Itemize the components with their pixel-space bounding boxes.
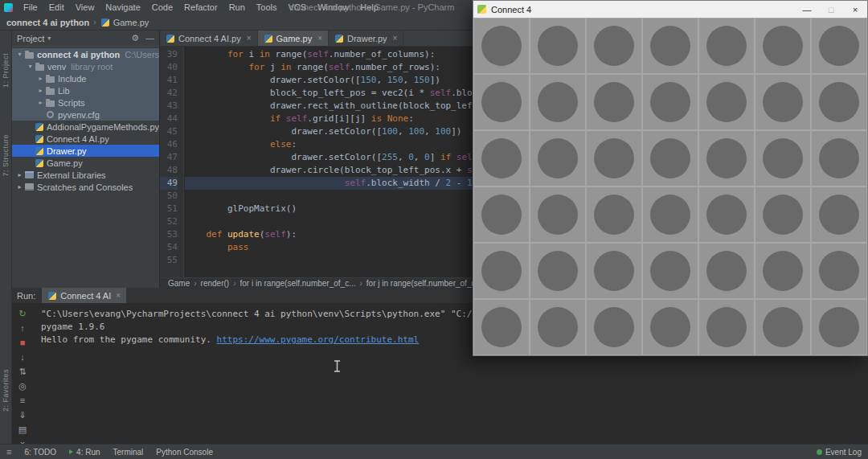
- breadcrumb-1[interactable]: render(): [201, 279, 230, 288]
- menu-tools[interactable]: Tools: [251, 2, 283, 12]
- tree-item-venv[interactable]: ▾venvlibrary root: [12, 60, 159, 72]
- board-cell[interactable]: [530, 74, 586, 130]
- close-button[interactable]: ×: [843, 1, 867, 18]
- breadcrumb-0[interactable]: Game: [168, 279, 190, 288]
- rerun-icon[interactable]: ↻: [16, 308, 29, 320]
- tree-item-scripts[interactable]: ▸Scripts: [12, 96, 159, 109]
- board-cell[interactable]: [473, 186, 530, 243]
- board-cell[interactable]: [530, 186, 586, 243]
- close-tab-icon[interactable]: ×: [317, 34, 322, 43]
- board-cell[interactable]: [642, 299, 698, 355]
- menu-edit[interactable]: Edit: [43, 2, 70, 12]
- board-cell[interactable]: [473, 74, 530, 130]
- board-cell[interactable]: [698, 18, 755, 74]
- board-cell[interactable]: [811, 243, 867, 299]
- statusbar-terminal[interactable]: Terminal: [113, 448, 144, 457]
- stripe-structure-button[interactable]: 7: Structure: [2, 134, 10, 177]
- board-cell[interactable]: [642, 186, 698, 243]
- menu-file[interactable]: File: [18, 2, 43, 12]
- breadcrumb-3[interactable]: for j in range(self.number_of_r...: [366, 279, 481, 288]
- nav-file-crumb[interactable]: Game.py: [113, 18, 149, 27]
- board-cell[interactable]: [586, 299, 642, 355]
- hide-panel-icon[interactable]: —: [145, 33, 154, 43]
- stop-icon[interactable]: ■: [16, 337, 29, 349]
- console-link[interactable]: https://www.pygame.org/contribute.html: [217, 334, 420, 345]
- board-cell[interactable]: [642, 243, 698, 299]
- board-cell[interactable]: [698, 130, 755, 186]
- board-cell[interactable]: [530, 18, 586, 74]
- menu-navigate[interactable]: Navigate: [100, 2, 145, 12]
- down-icon[interactable]: ↓: [16, 351, 29, 363]
- statusbar-python-console[interactable]: Python Console: [156, 448, 213, 457]
- tab-game-py[interactable]: Game.py×: [258, 31, 329, 46]
- stripe-project-button[interactable]: 1: Project: [2, 53, 10, 88]
- board-cell[interactable]: [473, 243, 530, 299]
- tree-item-lib[interactable]: ▸Lib: [12, 84, 159, 96]
- stripe-favorites-button[interactable]: 2: Favorites: [2, 369, 10, 412]
- tree-item-connect-4-ai-python[interactable]: ▾connect 4 ai pythonC:\Users\evang\P: [12, 48, 159, 60]
- tree-item-connect-4-ai-py[interactable]: Connect 4 AI.py: [12, 133, 159, 145]
- board-cell[interactable]: [586, 243, 642, 299]
- tree-item-game-py[interactable]: Game.py: [12, 157, 159, 169]
- menu-run[interactable]: Run: [223, 2, 251, 12]
- board-cell[interactable]: [642, 74, 698, 130]
- menu-refactor[interactable]: Refactor: [178, 2, 223, 12]
- tree-item-scratches-and-consoles[interactable]: ▸Scratches and Consoles: [12, 181, 159, 193]
- tree-item-include[interactable]: ▸Include: [12, 72, 159, 84]
- board-cell[interactable]: [755, 243, 811, 299]
- breadcrumb-2[interactable]: for i in range(self.number_of_c...: [240, 279, 356, 288]
- toolwindow-switcher-icon[interactable]: ≡: [6, 447, 11, 457]
- statusbar-4-run[interactable]: 4: Run: [69, 448, 100, 457]
- board-cell[interactable]: [811, 18, 867, 74]
- scroll-end-icon[interactable]: ⇓: [16, 409, 29, 421]
- board-cell[interactable]: [473, 18, 530, 74]
- run-tab-connect-4-ai[interactable]: Connect 4 AI ×: [42, 288, 126, 303]
- menu-view[interactable]: View: [70, 2, 100, 12]
- board-cell[interactable]: [755, 130, 811, 186]
- board-cell[interactable]: [642, 130, 698, 186]
- chevron-down-icon[interactable]: ▾: [47, 35, 51, 42]
- tree-item-external-libraries[interactable]: ▸External Libraries: [12, 169, 159, 181]
- maximize-button[interactable]: □: [819, 1, 843, 18]
- board-cell[interactable]: [811, 74, 867, 130]
- board-cell[interactable]: [698, 299, 755, 355]
- close-tab-icon[interactable]: ×: [247, 34, 252, 43]
- connect4-titlebar[interactable]: Connect 4 —□×: [473, 1, 867, 18]
- restore-layout-icon[interactable]: ⇅: [16, 366, 29, 378]
- board-cell[interactable]: [755, 299, 811, 355]
- minimize-button[interactable]: —: [795, 1, 819, 18]
- tree-item-drawer-py[interactable]: Drawer.py: [12, 145, 159, 157]
- up-icon[interactable]: ↑: [16, 322, 29, 334]
- board-cell[interactable]: [811, 299, 867, 355]
- board-cell[interactable]: [530, 243, 586, 299]
- board-cell[interactable]: [586, 18, 642, 74]
- statusbar-event-log[interactable]: Event Log: [817, 448, 862, 457]
- board-cell[interactable]: [586, 74, 642, 130]
- soft-wrap-icon[interactable]: ≡: [16, 395, 29, 407]
- board-cell[interactable]: [698, 186, 755, 243]
- board-cell[interactable]: [698, 243, 755, 299]
- close-icon[interactable]: ×: [116, 291, 121, 300]
- print-icon[interactable]: ▤: [16, 424, 29, 436]
- board-cell[interactable]: [811, 186, 867, 243]
- board-cell[interactable]: [586, 130, 642, 186]
- board-cell[interactable]: [473, 299, 530, 355]
- project-panel-title[interactable]: Project: [17, 34, 44, 43]
- board-cell[interactable]: [473, 130, 530, 186]
- tree-item-pyvenv-cfg[interactable]: pyvenv.cfg: [12, 109, 159, 121]
- tab-drawer-py[interactable]: Drawer.py×: [329, 31, 403, 46]
- board-cell[interactable]: [530, 130, 586, 186]
- connect4-board[interactable]: [473, 18, 867, 355]
- gear-icon[interactable]: ⚙: [131, 33, 139, 43]
- board-cell[interactable]: [530, 299, 586, 355]
- board-cell[interactable]: [698, 74, 755, 130]
- board-cell[interactable]: [811, 130, 867, 186]
- tab-connect-4-ai-py[interactable]: Connect 4 AI.py×: [160, 31, 258, 46]
- close-tab-icon[interactable]: ×: [393, 34, 398, 43]
- statusbar-6-todo[interactable]: 6: TODO: [24, 448, 56, 457]
- board-cell[interactable]: [755, 186, 811, 243]
- pin-icon[interactable]: ◎: [16, 380, 29, 392]
- nav-project-crumb[interactable]: connect 4 ai python: [6, 18, 89, 27]
- board-cell[interactable]: [642, 18, 698, 74]
- board-cell[interactable]: [755, 18, 811, 74]
